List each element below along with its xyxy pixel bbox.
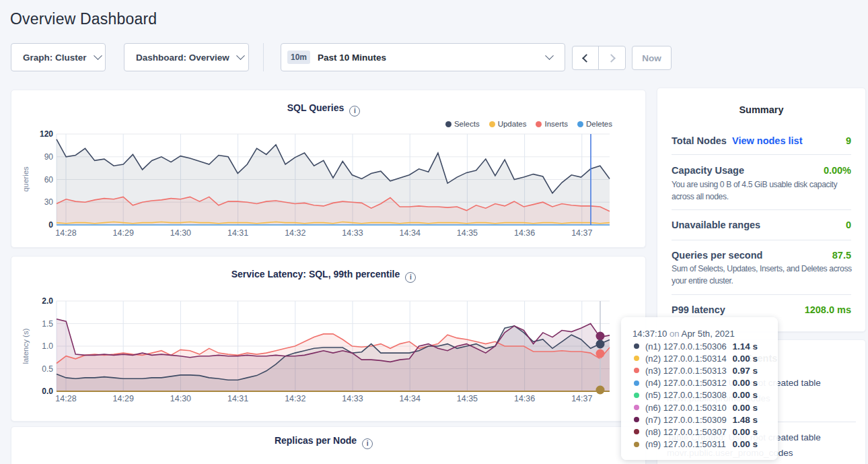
svg-text:14:28: 14:28 (55, 394, 76, 403)
svg-text:14:33: 14:33 (342, 228, 363, 238)
svg-text:14:29: 14:29 (113, 394, 134, 403)
svg-text:14:31: 14:31 (227, 228, 248, 238)
svg-text:14:34: 14:34 (400, 394, 421, 403)
svg-text:14:32: 14:32 (285, 228, 305, 238)
svg-text:30: 30 (44, 197, 54, 207)
svg-text:60: 60 (44, 175, 54, 185)
svg-text:14:31: 14:31 (227, 394, 248, 403)
svg-text:0.0: 0.0 (42, 387, 53, 396)
svg-text:14:35: 14:35 (457, 394, 478, 403)
svg-text:0: 0 (48, 220, 53, 230)
svg-text:14:36: 14:36 (514, 394, 535, 403)
svg-text:14:35: 14:35 (457, 228, 478, 238)
svg-text:14:28: 14:28 (55, 228, 76, 238)
svg-text:14:30: 14:30 (170, 228, 191, 238)
svg-text:14:29: 14:29 (113, 228, 134, 238)
svg-text:0.5: 0.5 (42, 364, 53, 374)
svg-text:2.0: 2.0 (42, 296, 53, 306)
svg-text:1.5: 1.5 (42, 319, 53, 329)
svg-text:14:34: 14:34 (400, 228, 421, 238)
svg-text:14:36: 14:36 (514, 228, 535, 238)
svg-text:120: 120 (40, 129, 53, 139)
svg-text:14:32: 14:32 (285, 394, 305, 403)
svg-text:queries: queries (22, 166, 30, 192)
svg-text:14:30: 14:30 (170, 394, 191, 403)
svg-text:90: 90 (44, 152, 54, 162)
svg-text:14:33: 14:33 (342, 394, 363, 403)
svg-text:latency (s): latency (s) (22, 328, 30, 364)
svg-text:14:37: 14:37 (571, 228, 592, 238)
svg-text:1.0: 1.0 (42, 341, 53, 351)
svg-text:14:37: 14:37 (571, 394, 592, 403)
